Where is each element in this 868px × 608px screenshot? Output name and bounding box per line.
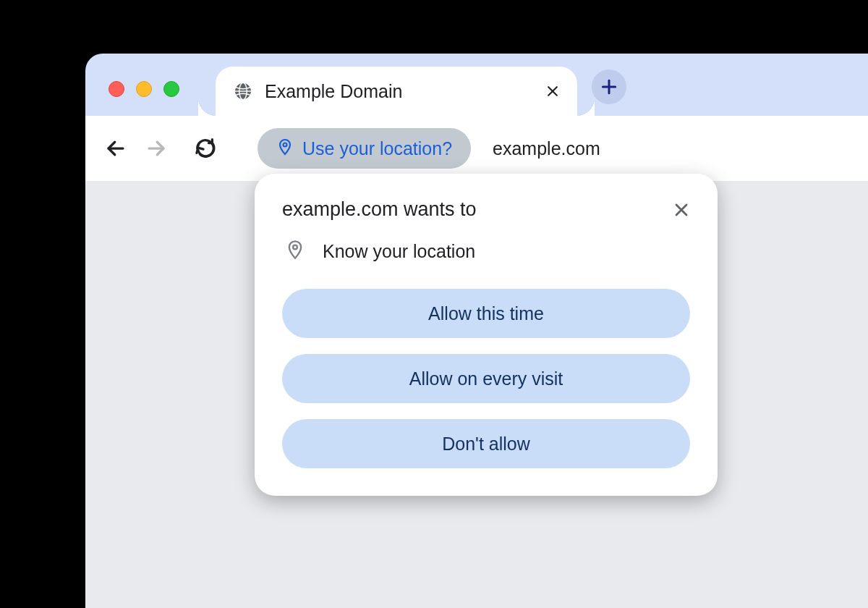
dialog-close-button[interactable] [673, 201, 690, 219]
tab-close-button[interactable] [545, 84, 560, 98]
globe-icon [233, 81, 253, 101]
window-minimize-button[interactable] [136, 81, 152, 97]
permission-dialog: example.com wants to Know your location [255, 174, 718, 496]
allow-this-time-button[interactable]: Allow this time [282, 289, 690, 338]
url-text: example.com [493, 138, 600, 159]
dialog-title: example.com wants to [282, 198, 477, 221]
permission-chip-label: Use your location? [302, 138, 452, 159]
tab-strip: Example Domain [85, 54, 868, 116]
forward-button[interactable] [139, 131, 174, 166]
allow-every-visit-button[interactable]: Allow on every visit [282, 354, 690, 403]
address-bar[interactable]: Use your location? example.com [258, 128, 600, 169]
window-close-button[interactable] [109, 81, 124, 97]
reload-button[interactable] [188, 131, 223, 166]
browser-tab[interactable]: Example Domain [216, 67, 577, 116]
permission-item: Know your location [282, 240, 690, 263]
location-pin-icon [276, 138, 294, 159]
svg-point-13 [293, 245, 297, 250]
browser-window: Example Domain [85, 54, 868, 608]
new-tab-button[interactable] [592, 69, 626, 104]
toolbar: Use your location? example.com [85, 116, 868, 181]
permission-label: Know your location [323, 241, 475, 262]
tab-title: Example Domain [265, 81, 534, 102]
location-pin-icon [285, 240, 305, 263]
window-maximize-button[interactable] [163, 81, 179, 97]
dont-allow-button[interactable]: Don't allow [282, 419, 690, 468]
back-button[interactable] [98, 131, 133, 166]
permission-chip[interactable]: Use your location? [258, 128, 471, 169]
page-content: example.com wants to Know your location [85, 181, 868, 608]
svg-point-10 [284, 143, 287, 147]
window-controls [109, 81, 179, 97]
